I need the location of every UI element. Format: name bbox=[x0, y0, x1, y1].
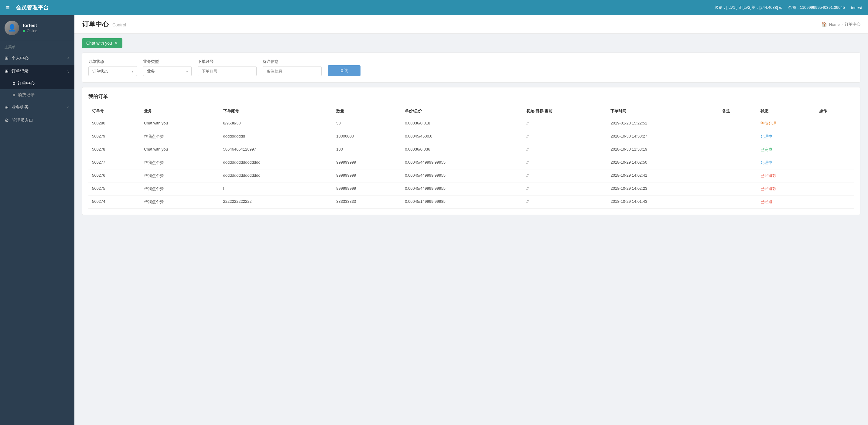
cell-price: 0.00036/0.018 bbox=[401, 117, 523, 130]
cell-order-no: 560279 bbox=[88, 130, 140, 143]
filter-status-select[interactable]: 订单状态 等待处理 处理中 已完成 已经退款 bbox=[88, 66, 137, 76]
status-label: Online bbox=[27, 29, 37, 33]
col-price: 单价/总价 bbox=[401, 105, 523, 117]
cell-target: // bbox=[523, 143, 607, 156]
col-status: 状态 bbox=[757, 105, 815, 117]
cell-status: 已完成 bbox=[757, 143, 815, 156]
cell-remark bbox=[719, 196, 757, 208]
page-title: 订单中心 bbox=[82, 20, 109, 29]
cell-business: 帮我点个赞 bbox=[140, 183, 220, 196]
cell-account: ddddddddddddddddd bbox=[220, 169, 333, 183]
sidebar-item-personal[interactable]: ⊞ 个人中心 ＜ bbox=[0, 52, 74, 65]
cell-operation bbox=[815, 117, 854, 130]
cell-remark bbox=[719, 156, 757, 169]
cell-target: // bbox=[523, 156, 607, 169]
personal-icon: ⊞ bbox=[5, 55, 8, 61]
cell-remark bbox=[719, 183, 757, 196]
filter-tag-close[interactable]: ✕ bbox=[115, 41, 118, 45]
level-info: 级别：[ LV1 ] 距[LV2]差：[244.4088]元 bbox=[715, 5, 782, 10]
main-layout: 👤 fortest Online 主菜单 ⊞ 个人中心 ＜ ⊞ 订单记录 bbox=[0, 15, 868, 425]
cell-remark bbox=[719, 169, 757, 183]
sidebar-item-orders[interactable]: ⊞ 订单记录 ∨ bbox=[0, 65, 74, 78]
cell-remark bbox=[719, 143, 757, 156]
orders-table: 订单号 业务 下单账号 数量 单价/总价 初始/目标/当前 下单时间 备注 状态… bbox=[88, 105, 854, 208]
cell-order-no: 560274 bbox=[88, 196, 140, 208]
cell-business: Chat with you bbox=[140, 143, 220, 156]
cell-business: Chat with you bbox=[140, 117, 220, 130]
sidebar-item-admin[interactable]: ⚙ 管理员入口 bbox=[0, 114, 74, 127]
col-remark: 备注 bbox=[719, 105, 757, 117]
breadcrumb: 🏠 Home › 订单中心 bbox=[822, 22, 860, 27]
cell-status: 等待处理 bbox=[757, 117, 815, 130]
title-area: 订单中心 Control bbox=[82, 20, 126, 29]
breadcrumb-current: 订单中心 bbox=[845, 22, 860, 27]
cell-status: 处理中 bbox=[757, 156, 815, 169]
cell-price: 0.00045/449999.99955 bbox=[401, 183, 523, 196]
filter-tag-area: Chat with you ✕ bbox=[74, 34, 868, 48]
filter-tag[interactable]: Chat with you ✕ bbox=[82, 38, 122, 48]
home-icon: 🏠 bbox=[822, 22, 827, 27]
sidebar-item-business[interactable]: ⊞ 业务购买 ＜ bbox=[0, 101, 74, 114]
content-header: 订单中心 Control 🏠 Home › 订单中心 bbox=[74, 15, 868, 34]
cell-account: dddddddddd bbox=[220, 130, 333, 143]
content-area: 订单中心 Control 🏠 Home › 订单中心 Chat with you… bbox=[74, 15, 868, 425]
filter-account-label: 下单账号 bbox=[198, 59, 257, 64]
cell-account: 2222222222222 bbox=[220, 196, 333, 208]
sidebar-item-order-center[interactable]: 订单中心 bbox=[0, 78, 74, 89]
filter-account-input[interactable] bbox=[198, 66, 257, 76]
filter-remark-input[interactable] bbox=[263, 66, 322, 76]
sidebar-item-label-consumption: 消费记录 bbox=[18, 92, 35, 98]
sidebar-item-consumption[interactable]: 消费记录 bbox=[0, 89, 74, 101]
query-button[interactable]: 查询 bbox=[328, 65, 361, 76]
avatar-image: 👤 bbox=[5, 21, 19, 35]
breadcrumb-home: Home bbox=[829, 22, 840, 27]
table-row: 560275 帮我点个赞 f 999999999 0.00045/449999.… bbox=[88, 183, 854, 196]
cell-operation bbox=[815, 143, 854, 156]
orders-section: 我的订单 订单号 业务 下单账号 数量 单价/总价 初始/目标/当前 下单时间 … bbox=[82, 87, 860, 215]
cell-business: 帮我点个赞 bbox=[140, 169, 220, 183]
sidebar-username: fortest bbox=[23, 23, 37, 28]
table-row: 560277 帮我点个赞 ddddddddddddddddd 999999999… bbox=[88, 156, 854, 169]
cell-operation bbox=[815, 169, 854, 183]
filter-group-remark: 备注信息 bbox=[263, 59, 322, 76]
user-status: Online bbox=[23, 29, 37, 33]
orders-icon: ⊞ bbox=[5, 68, 8, 74]
user-section: 👤 fortest Online bbox=[0, 15, 74, 41]
header-right: 级别：[ LV1 ] 距[LV2]差：[244.4088]元 余额：110999… bbox=[715, 5, 862, 10]
filter-business-select[interactable]: 业务 Chat with you 帮我点个赞 bbox=[143, 66, 192, 76]
table-row: 560280 Chat with you 8/9638/38 50 0.0003… bbox=[88, 117, 854, 130]
cell-remark bbox=[719, 117, 757, 130]
cell-price: 0.00045/449999.99955 bbox=[401, 169, 523, 183]
status-dot bbox=[23, 30, 25, 32]
cell-quantity: 999999999 bbox=[333, 156, 401, 169]
cell-time: 2018-10-29 14:02:41 bbox=[607, 169, 718, 183]
cell-order-no: 560277 bbox=[88, 156, 140, 169]
cell-remark bbox=[719, 130, 757, 143]
cell-business: 帮我点个赞 bbox=[140, 156, 220, 169]
menu-label: 主菜单 bbox=[0, 41, 74, 52]
filter-section: 订单状态 订单状态 等待处理 处理中 已完成 已经退款 业务类型 bbox=[82, 53, 860, 83]
menu-toggle-icon[interactable]: ≡ bbox=[6, 4, 10, 11]
site-title: 会员管理平台 bbox=[16, 4, 49, 11]
filter-tag-label: Chat with you bbox=[86, 41, 112, 45]
cell-business: 帮我点个赞 bbox=[140, 130, 220, 143]
cell-price: 0.00036/0.036 bbox=[401, 143, 523, 156]
cell-time: 2019-01-23 15:22:52 bbox=[607, 117, 718, 130]
sidebar-item-label-personal: 个人中心 bbox=[11, 56, 29, 61]
filter-group-status: 订单状态 订单状态 等待处理 处理中 已完成 已经退款 bbox=[88, 59, 137, 76]
table-row: 560276 帮我点个赞 ddddddddddddddddd 999999999… bbox=[88, 169, 854, 183]
col-order-no: 订单号 bbox=[88, 105, 140, 117]
user-info: fortest Online bbox=[23, 23, 37, 33]
cell-time: 2018-10-29 14:02:50 bbox=[607, 156, 718, 169]
avatar: 👤 bbox=[5, 21, 19, 35]
cell-quantity: 999999999 bbox=[333, 169, 401, 183]
chevron-right-icon: ＜ bbox=[66, 56, 70, 61]
col-target: 初始/目标/当前 bbox=[523, 105, 607, 117]
circle-icon bbox=[13, 82, 15, 85]
filter-status-label: 订单状态 bbox=[88, 59, 137, 64]
filter-status-wrapper: 订单状态 等待处理 处理中 已完成 已经退款 bbox=[88, 66, 137, 76]
table-row: 560274 帮我点个赞 2222222222222 333333333 0.0… bbox=[88, 196, 854, 208]
sidebar-item-label-admin: 管理员入口 bbox=[12, 118, 33, 123]
chevron-down-icon: ∨ bbox=[67, 69, 70, 73]
level-diff: 244.4088 bbox=[761, 5, 777, 10]
